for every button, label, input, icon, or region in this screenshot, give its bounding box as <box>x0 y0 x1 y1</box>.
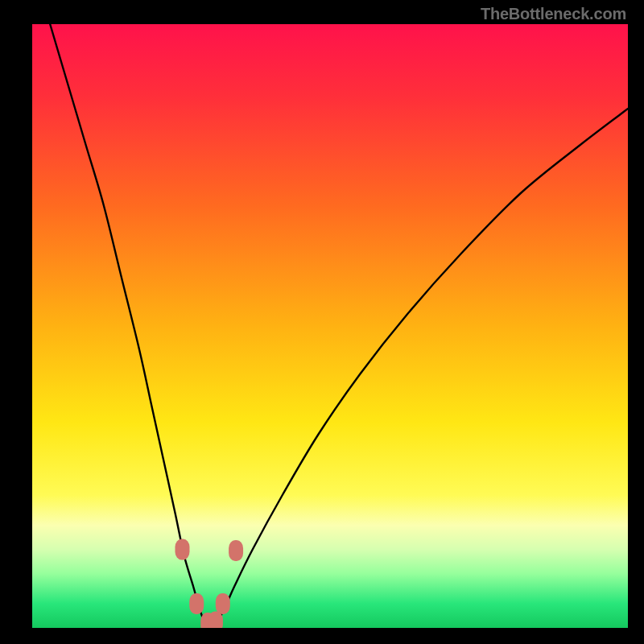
curve-layer <box>32 24 628 628</box>
bottleneck-curve <box>50 24 628 627</box>
chart-frame: TheBottleneck.com <box>0 0 644 644</box>
curve-marker <box>229 540 243 561</box>
watermark-text: TheBottleneck.com <box>481 5 626 23</box>
plot-area <box>32 24 628 628</box>
curve-marker <box>216 593 230 614</box>
curve-markers <box>175 539 243 629</box>
curve-marker <box>175 539 189 560</box>
curve-marker <box>189 593 204 614</box>
